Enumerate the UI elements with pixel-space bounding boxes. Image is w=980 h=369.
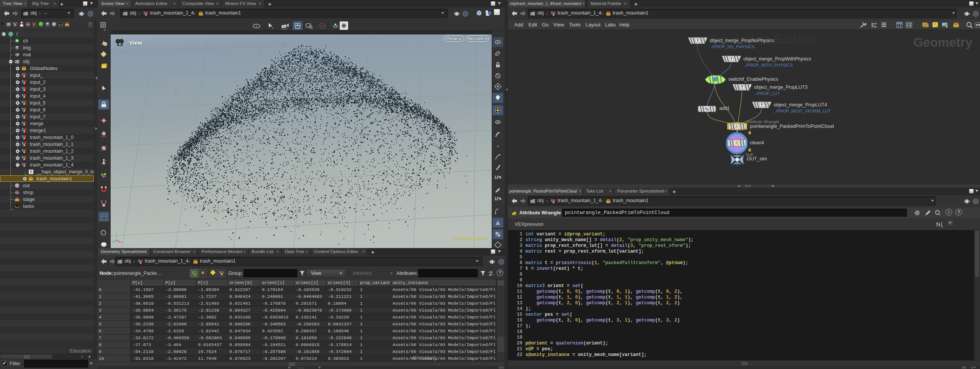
svg-text:x: x bbox=[121, 240, 122, 243]
svg-text:z: z bbox=[112, 240, 114, 243]
svg-text:Geometry: Geometry bbox=[913, 35, 973, 49]
svg-text:y: y bbox=[115, 232, 117, 235]
svg-text:-75: -75 bbox=[464, 78, 470, 82]
